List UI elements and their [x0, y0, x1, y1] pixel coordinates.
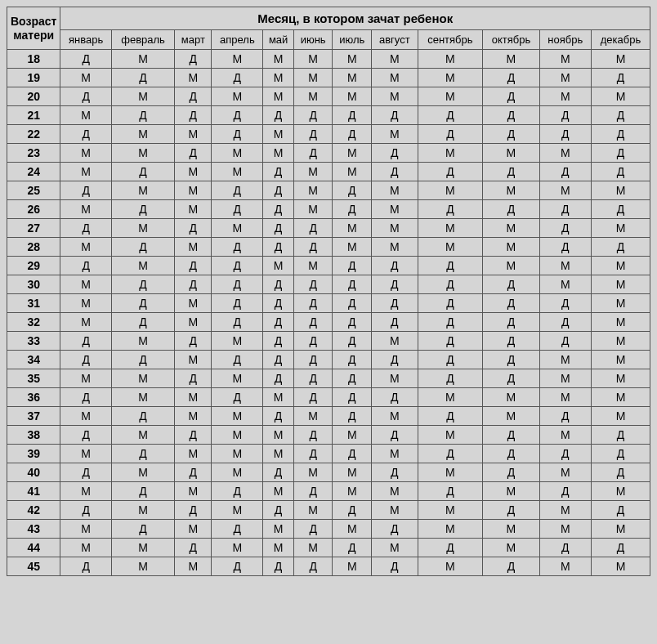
- value-cell: Д: [60, 388, 111, 407]
- value-cell: М: [111, 125, 175, 144]
- value-cell: М: [591, 557, 650, 576]
- value-cell: Д: [175, 275, 212, 294]
- age-cell: 25: [7, 181, 60, 200]
- value-cell: Д: [483, 313, 539, 332]
- value-cell: М: [418, 463, 483, 482]
- value-cell: Д: [372, 351, 418, 369]
- value-cell: Д: [60, 351, 111, 369]
- age-cell: 24: [7, 163, 60, 181]
- table-row: 29ДМДДММДДДМММ: [7, 257, 650, 275]
- value-cell: Д: [418, 163, 483, 181]
- value-cell: Д: [591, 163, 650, 181]
- value-cell: Д: [293, 351, 333, 369]
- value-cell: М: [591, 87, 650, 106]
- value-cell: М: [111, 144, 175, 163]
- age-cell: 36: [7, 388, 60, 407]
- value-cell: М: [372, 200, 418, 219]
- table-row: 41МДМДМДММДМДМ: [7, 482, 650, 501]
- value-cell: М: [418, 520, 483, 539]
- value-cell: Д: [212, 69, 263, 87]
- value-cell: М: [372, 238, 418, 257]
- value-cell: М: [539, 520, 591, 539]
- value-cell: Д: [175, 106, 212, 125]
- value-cell: Д: [333, 445, 372, 463]
- value-cell: Д: [212, 557, 263, 576]
- value-cell: Д: [212, 351, 263, 369]
- value-cell: М: [591, 351, 650, 369]
- value-cell: М: [483, 144, 539, 163]
- value-cell: М: [333, 219, 372, 238]
- value-cell: Д: [483, 69, 539, 87]
- value-cell: Д: [372, 257, 418, 275]
- value-cell: Д: [418, 313, 483, 332]
- value-cell: Д: [212, 313, 263, 332]
- value-cell: Д: [333, 332, 372, 351]
- value-cell: М: [111, 426, 175, 445]
- value-cell: Д: [539, 482, 591, 501]
- value-cell: Д: [293, 238, 333, 257]
- value-cell: М: [483, 181, 539, 200]
- age-cell: 26: [7, 200, 60, 219]
- value-cell: М: [539, 87, 591, 106]
- value-cell: Д: [293, 106, 333, 125]
- value-cell: Д: [111, 520, 175, 539]
- value-cell: М: [483, 482, 539, 501]
- value-cell: Д: [418, 125, 483, 144]
- value-cell: М: [372, 407, 418, 426]
- value-cell: М: [372, 50, 418, 69]
- value-cell: М: [212, 219, 263, 238]
- value-cell: М: [333, 463, 372, 482]
- table-row: 28МДМДДДММММДД: [7, 238, 650, 257]
- value-cell: Д: [60, 426, 111, 445]
- value-cell: Д: [212, 275, 263, 294]
- age-cell: 38: [7, 426, 60, 445]
- value-cell: Д: [591, 106, 650, 125]
- value-cell: Д: [293, 388, 333, 407]
- value-cell: М: [111, 219, 175, 238]
- table-row: 31МДМДДДДДДДДМ: [7, 294, 650, 313]
- value-cell: Д: [539, 445, 591, 463]
- value-cell: М: [175, 313, 212, 332]
- value-cell: Д: [483, 275, 539, 294]
- value-cell: Д: [539, 539, 591, 557]
- age-cell: 21: [7, 106, 60, 125]
- value-cell: М: [175, 520, 212, 539]
- value-cell: М: [60, 313, 111, 332]
- value-cell: М: [111, 388, 175, 407]
- age-cell: 42: [7, 501, 60, 520]
- value-cell: Д: [333, 181, 372, 200]
- table-row: 42ДМДМДМДММДМД: [7, 501, 650, 520]
- table-row: 36ДММДМДДДММММ: [7, 388, 650, 407]
- value-cell: Д: [212, 482, 263, 501]
- value-cell: М: [175, 294, 212, 313]
- value-cell: Д: [293, 294, 333, 313]
- value-cell: М: [293, 50, 333, 69]
- age-cell: 34: [7, 351, 60, 369]
- value-cell: Д: [372, 426, 418, 445]
- value-cell: М: [483, 520, 539, 539]
- table-row: 45ДММДДДМДМДММ: [7, 557, 650, 576]
- value-cell: М: [263, 482, 294, 501]
- value-cell: М: [212, 87, 263, 106]
- value-cell: М: [293, 463, 333, 482]
- value-cell: М: [212, 426, 263, 445]
- value-cell: М: [212, 445, 263, 463]
- value-cell: Д: [263, 351, 294, 369]
- month-header: август: [372, 30, 418, 50]
- value-cell: Д: [591, 463, 650, 482]
- value-cell: Д: [263, 275, 294, 294]
- value-cell: М: [263, 87, 294, 106]
- table-row: 30МДДДДДДДДДММ: [7, 275, 650, 294]
- value-cell: М: [293, 501, 333, 520]
- value-cell: Д: [333, 294, 372, 313]
- value-cell: М: [263, 520, 294, 539]
- value-cell: М: [591, 219, 650, 238]
- value-cell: Д: [212, 520, 263, 539]
- value-cell: Д: [263, 557, 294, 576]
- value-cell: М: [175, 557, 212, 576]
- value-cell: М: [539, 275, 591, 294]
- age-cell: 41: [7, 482, 60, 501]
- age-cell: 20: [7, 87, 60, 106]
- value-cell: Д: [60, 501, 111, 520]
- value-cell: Д: [591, 144, 650, 163]
